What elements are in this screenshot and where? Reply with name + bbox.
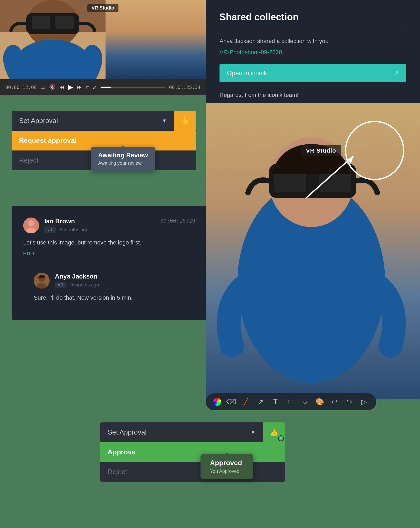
thumbs-up-icon-bottom: 👍 <box>269 428 279 437</box>
eraser-icon[interactable]: ⌫ <box>226 397 236 407</box>
vr-logo-overlay: VR Studio <box>301 145 341 156</box>
comment-item-ian: Ian Brown v.1 9 months ago 00:00:16:29 L… <box>23 218 195 257</box>
shared-link[interactable]: VR-Photoshoot-09-2020 <box>219 49 406 56</box>
play-button[interactable]: ▶ <box>68 83 73 91</box>
approval-select-label: Set Approval <box>19 117 58 125</box>
avatar-anya <box>34 273 50 289</box>
approve-item[interactable]: Approve <box>100 442 285 462</box>
video-controls: 00:00:12:06 ▭ 🔇 ⏮ ▶ ⏭ ⌗ ⤢ 00:01:25:34 <box>0 79 206 95</box>
clip-icon[interactable]: ⌗ <box>86 84 89 90</box>
check-badge-icon: ✓ <box>278 435 284 441</box>
prev-frame-icon[interactable]: ⏮ <box>59 84 65 90</box>
approval-dropdown-row-bottom: Set Approval ▼ 👍 ✓ <box>100 422 285 442</box>
reject-item-bottom[interactable]: Reject <box>100 462 285 482</box>
awaiting-review-tooltip: Awaiting Review Awaiting your review <box>91 147 155 171</box>
approval-select-bottom[interactable]: Set Approval ▼ <box>100 422 263 442</box>
vr-badge-top: VR Studio <box>87 4 118 12</box>
mute-icon[interactable]: 🔇 <box>49 84 56 90</box>
fullscreen-icon[interactable]: ⤢ <box>92 84 97 90</box>
approval-dropdown-row: Set Approval ▼ 👆 <box>12 111 196 131</box>
pen-icon[interactable]: ╱ <box>241 397 251 407</box>
shared-description: Anya Jackson shared a collection with yo… <box>219 38 406 45</box>
comment-badges-ian: v.1 9 months ago <box>44 227 155 233</box>
undo-icon[interactable]: ↩ <box>330 397 339 407</box>
approval-widget-top: Set Approval ▼ 👆 Request approval Reject… <box>12 111 196 170</box>
commenter-name-anya: Anya Jackson <box>55 273 195 280</box>
open-in-iconik-button[interactable]: Open in iconik ↗ <box>219 64 406 82</box>
comment-header-anya: Anya Jackson v.1 9 months ago <box>34 273 195 289</box>
shared-title: Shared collection <box>219 12 406 23</box>
thumbs-up-icon: 👆 <box>181 116 190 125</box>
shared-collection-panel: Shared collection Anya Jackson shared a … <box>206 0 420 103</box>
open-btn-arrow-icon: ↗ <box>394 69 399 77</box>
avatar-ian <box>23 218 39 233</box>
comment-meta-anya: Anya Jackson v.1 9 months ago <box>55 273 195 288</box>
approval-menu-bottom: Approve Reject <box>100 442 285 482</box>
comment-badges-anya: v.1 9 months ago <box>55 282 195 288</box>
approval-thumb-btn-bottom[interactable]: 👍 ✓ <box>263 422 285 442</box>
version-badge-anya: v.1 <box>55 282 66 288</box>
svg-rect-4 <box>32 16 50 29</box>
comment-divider <box>23 265 195 265</box>
vr-photo-panel: VR Studio <box>206 103 420 399</box>
video-thumbnail: VR Studio <box>0 0 206 79</box>
shared-regards: Regards, from the iconik team! <box>219 92 406 98</box>
approved-tooltip: Approved You Approved <box>201 454 253 479</box>
approval-widget-bottom: Set Approval ▼ 👍 ✓ Approve Reject Approv… <box>100 422 285 482</box>
redo-icon[interactable]: ↪ <box>345 397 354 407</box>
awaiting-review-subtitle: Awaiting your review <box>98 161 148 166</box>
approval-select-label-bottom: Set Approval <box>108 428 146 436</box>
comment-item-anya: Anya Jackson v.1 9 months ago Sure, I'll… <box>34 273 195 302</box>
commenter-name-ian: Ian Brown <box>44 218 155 225</box>
awaiting-review-title: Awaiting Review <box>98 152 148 159</box>
svg-point-8 <box>28 220 34 227</box>
version-badge-ian: v.1 <box>44 227 56 233</box>
next-frame-icon[interactable]: ⏭ <box>77 84 82 90</box>
progress-bar[interactable] <box>101 87 165 88</box>
monitor-icon[interactable]: ▭ <box>40 84 45 90</box>
video-player: VR Studio 00:00:12:06 ▭ 🔇 ⏮ ▶ ⏭ ⌗ ⤢ 00:0… <box>0 0 206 95</box>
rectangle-icon[interactable]: □ <box>285 397 295 407</box>
approval-dropdown-arrow-icon: ▼ <box>162 118 167 124</box>
approval-dropdown-arrow-icon-bottom: ▼ <box>250 429 256 435</box>
approval-select-top[interactable]: Set Approval ▼ <box>12 111 174 131</box>
timecode-end: 00:01:25:34 <box>169 84 201 90</box>
approval-thumb-btn-top[interactable]: 👆 <box>174 111 196 131</box>
send-icon[interactable]: ▷ <box>359 397 369 407</box>
paint-icon[interactable]: 🎨 <box>315 397 324 407</box>
comment-time-anya: 9 months ago <box>70 282 99 288</box>
color-wheel-icon[interactable] <box>213 398 221 406</box>
arrow-icon[interactable]: ↗ <box>256 397 265 407</box>
comment-timecode-ian: 00:00:16:29 <box>160 218 195 224</box>
vr-photo-bg: VR Studio <box>206 103 420 399</box>
progress-fill <box>101 87 111 88</box>
comment-time-ian: 9 months ago <box>60 227 88 233</box>
shared-divider <box>219 29 406 29</box>
svg-rect-5 <box>55 16 74 29</box>
timecode-start: 00:00:12:06 <box>5 84 37 90</box>
comment-text-anya: Sure, I'll do that. New version in 5 min… <box>34 293 195 302</box>
approved-tooltip-subtitle: You Approved <box>210 469 244 474</box>
comment-nested: Anya Jackson v.1 9 months ago Sure, I'll… <box>34 273 195 302</box>
comment-header-ian: Ian Brown v.1 9 months ago 00:00:16:29 <box>23 218 195 233</box>
comments-panel: Ian Brown v.1 9 months ago 00:00:16:29 L… <box>12 206 207 320</box>
comment-text-ian: Let's use this image, but remove the log… <box>23 238 195 247</box>
annotation-toolbar: ⌫ ╱ ↗ T □ ○ 🎨 ↩ ↪ ▷ <box>206 393 376 410</box>
circle-icon[interactable]: ○ <box>300 397 310 407</box>
video-bg: VR Studio <box>0 0 206 79</box>
comment-meta-ian: Ian Brown v.1 9 months ago <box>44 218 155 233</box>
text-icon[interactable]: T <box>271 397 280 407</box>
comment-edit-button[interactable]: EDIT <box>23 251 195 257</box>
approved-tooltip-title: Approved <box>210 459 244 467</box>
